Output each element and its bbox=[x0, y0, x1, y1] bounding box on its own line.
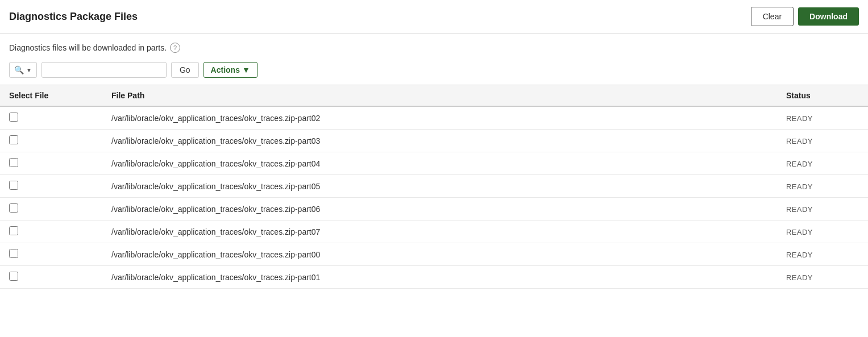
table-header-row: Select File File Path Status bbox=[0, 85, 868, 106]
col-header-select: Select File bbox=[0, 85, 102, 106]
table-row: /var/lib/oracle/okv_application_traces/o… bbox=[0, 220, 868, 243]
file-checkbox[interactable] bbox=[9, 226, 18, 235]
file-path: /var/lib/oracle/okv_application_traces/o… bbox=[102, 130, 777, 152]
download-button[interactable]: Download bbox=[798, 7, 859, 26]
file-checkbox[interactable] bbox=[9, 203, 18, 213]
table-row: /var/lib/oracle/okv_application_traces/o… bbox=[0, 152, 868, 175]
table-row: /var/lib/oracle/okv_application_traces/o… bbox=[0, 266, 868, 289]
table-row: /var/lib/oracle/okv_application_traces/o… bbox=[0, 106, 868, 130]
status-badge: READY bbox=[786, 205, 813, 214]
file-checkbox[interactable] bbox=[9, 135, 18, 144]
table-row: /var/lib/oracle/okv_application_traces/o… bbox=[0, 198, 868, 220]
file-path: /var/lib/oracle/okv_application_traces/o… bbox=[102, 152, 777, 175]
toolbar: 🔍 ▼ Go Actions ▼ bbox=[0, 57, 868, 85]
search-dropdown[interactable]: 🔍 ▼ bbox=[9, 62, 37, 78]
file-path: /var/lib/oracle/okv_application_traces/o… bbox=[102, 266, 777, 289]
col-header-path: File Path bbox=[102, 85, 777, 106]
file-checkbox[interactable] bbox=[9, 158, 18, 167]
status-badge: READY bbox=[786, 160, 813, 168]
clear-button[interactable]: Clear bbox=[751, 7, 794, 26]
info-message: Diagnostics files will be downloaded in … bbox=[9, 43, 167, 52]
table-row: /var/lib/oracle/okv_application_traces/o… bbox=[0, 130, 868, 152]
actions-button[interactable]: Actions ▼ bbox=[203, 62, 258, 78]
status-badge: READY bbox=[786, 228, 813, 236]
search-input[interactable] bbox=[41, 62, 167, 78]
go-button[interactable]: Go bbox=[171, 62, 199, 78]
file-path: /var/lib/oracle/okv_application_traces/o… bbox=[102, 220, 777, 243]
chevron-down-icon: ▼ bbox=[26, 67, 32, 73]
file-checkbox[interactable] bbox=[9, 272, 18, 281]
status-badge: READY bbox=[786, 251, 813, 259]
page-title: Diagnostics Package Files bbox=[9, 11, 138, 23]
files-table: Select File File Path Status /var/lib/or… bbox=[0, 85, 868, 289]
file-path: /var/lib/oracle/okv_application_traces/o… bbox=[102, 106, 777, 130]
status-badge: READY bbox=[786, 182, 813, 191]
col-header-status: Status bbox=[777, 85, 868, 106]
file-checkbox[interactable] bbox=[9, 181, 18, 190]
actions-chevron-icon: ▼ bbox=[242, 65, 250, 74]
actions-label: Actions bbox=[211, 65, 240, 74]
files-table-container: Select File File Path Status /var/lib/or… bbox=[0, 85, 868, 289]
file-path: /var/lib/oracle/okv_application_traces/o… bbox=[102, 198, 777, 220]
file-checkbox[interactable] bbox=[9, 113, 18, 122]
help-icon[interactable]: ? bbox=[170, 43, 180, 53]
info-bar: Diagnostics files will be downloaded in … bbox=[0, 34, 868, 57]
header-actions: Clear Download bbox=[751, 7, 859, 26]
table-row: /var/lib/oracle/okv_application_traces/o… bbox=[0, 175, 868, 198]
status-badge: READY bbox=[786, 137, 813, 145]
table-row: /var/lib/oracle/okv_application_traces/o… bbox=[0, 243, 868, 266]
header: Diagnostics Package Files Clear Download bbox=[0, 0, 868, 34]
file-checkbox[interactable] bbox=[9, 249, 18, 258]
search-icon: 🔍 bbox=[14, 65, 24, 74]
status-badge: READY bbox=[786, 273, 813, 282]
file-path: /var/lib/oracle/okv_application_traces/o… bbox=[102, 243, 777, 266]
status-badge: READY bbox=[786, 114, 813, 123]
file-path: /var/lib/oracle/okv_application_traces/o… bbox=[102, 175, 777, 198]
